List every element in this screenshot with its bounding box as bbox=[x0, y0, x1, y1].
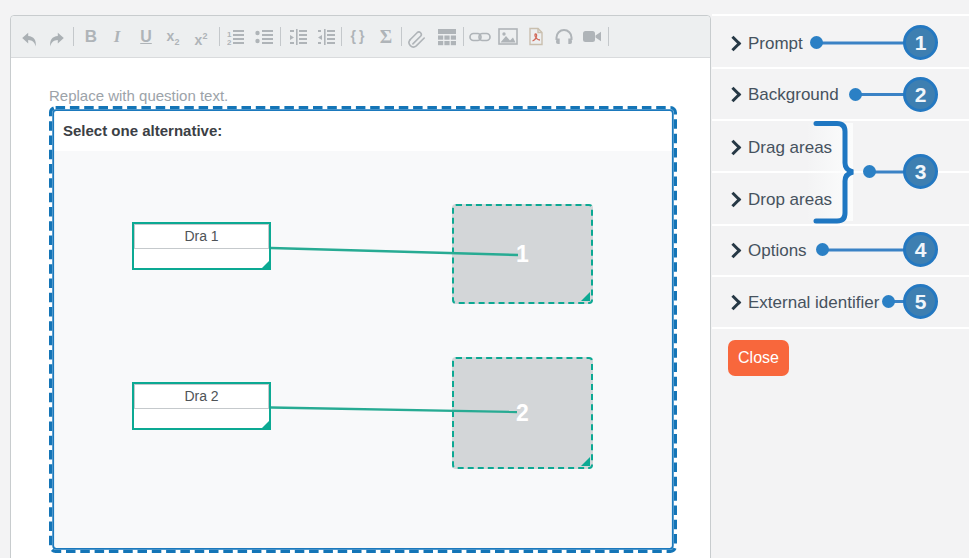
svg-text:2: 2 bbox=[227, 38, 232, 47]
